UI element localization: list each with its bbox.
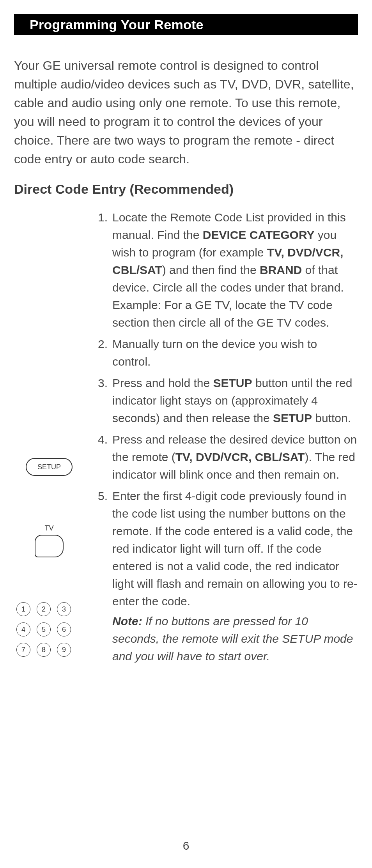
note-text: If no buttons are pressed for 10 seconds… [112,615,353,663]
keypad-key: 9 [57,643,71,657]
step-number: 5. [94,487,112,665]
step-text: Enter the first 4-digit code previously … [112,487,358,665]
keypad-key: 5 [37,622,51,636]
section-heading-bar: Programming Your Remote [14,14,358,35]
note-label: Note: [112,615,142,628]
tv-button-group: TV [35,524,64,557]
step-number: 1. [94,209,112,331]
step-text: Press and hold the SETUP button until th… [112,374,358,427]
text-bold: BRAND [260,263,302,276]
steps-area: SETUP TV 1 2 3 4 5 6 7 8 [14,209,358,669]
tv-button-label: TV [44,524,53,532]
setup-button-icon: SETUP [26,458,73,476]
page-number: 6 [0,839,372,852]
text-run: Press and hold the [112,377,213,389]
keypad-key: 7 [16,643,30,657]
text-bold: SETUP [213,377,252,389]
step-3: 3. Press and hold the SETUP button until… [94,374,358,427]
keypad-key: 2 [37,602,51,616]
tv-button-icon [35,535,64,557]
keypad-illustration: 1 2 3 4 5 6 7 8 9 [14,602,84,657]
intro-paragraph: Your GE universal remote control is desi… [14,56,358,168]
step-4: 4. Press and release the desired device … [94,431,358,483]
keypad-key: 6 [57,622,71,636]
keypad-key: 1 [16,602,30,616]
step-2: 2. Manually turn on the device you wish … [94,335,358,370]
text-bold: TV, DVD/VCR, CBL/SAT [175,451,305,463]
document-page: Programming Your Remote Your GE universa… [0,0,372,868]
step-5: 5. Enter the first 4-digit code previous… [94,487,358,665]
text-run: button. [312,412,351,424]
text-bold: DEVICE CATEGORY [203,228,315,241]
setup-button-illustration: SETUP [14,458,84,476]
keypad-key: 4 [16,622,30,636]
text-bold: SETUP [273,412,312,424]
tv-button-illustration: TV [14,524,84,557]
step-number: 3. [94,374,112,427]
text-run: Enter the first 4-digit code previously … [112,490,358,608]
keypad-key: 3 [57,602,71,616]
step-text: Press and release the desired device but… [112,431,358,483]
step-note: Note: If no buttons are pressed for 10 s… [112,612,358,665]
step-number: 2. [94,335,112,370]
keypad-key: 8 [37,643,51,657]
subsection-title: Direct Code Entry (Recommended) [14,182,358,197]
step-1: 1. Locate the Remote Code List provided … [94,209,358,331]
step-number: 4. [94,431,112,483]
step-text: Manually turn on the device you wish to … [112,335,358,370]
section-heading: Programming Your Remote [30,17,204,32]
steps-list: 1. Locate the Remote Code List provided … [94,209,358,669]
keypad-grid: 1 2 3 4 5 6 7 8 9 [16,602,71,657]
illustration-column: SETUP TV 1 2 3 4 5 6 7 8 [14,209,84,669]
step-text: Locate the Remote Code List provided in … [112,209,358,331]
setup-button-label: SETUP [37,463,61,471]
text-run: ) and then find the [162,263,260,276]
